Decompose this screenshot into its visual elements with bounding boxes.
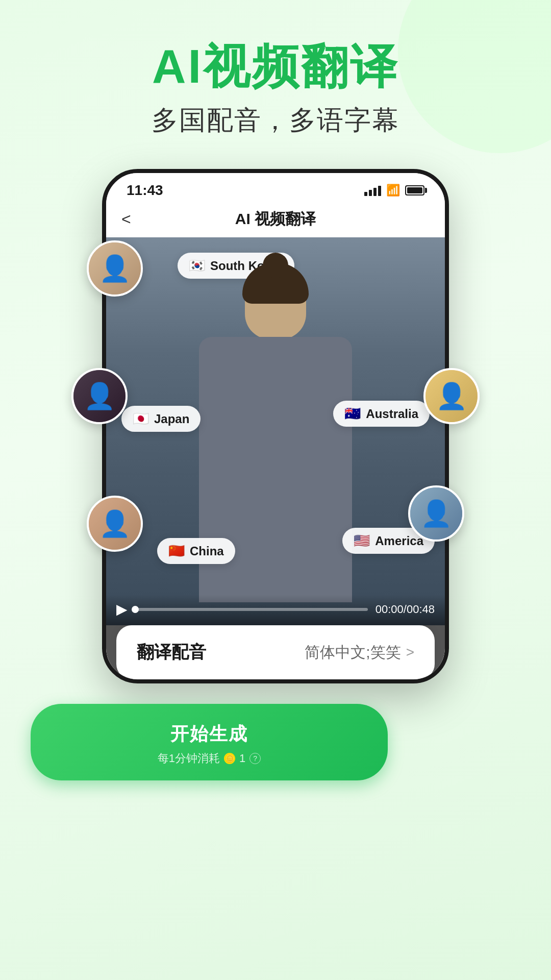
phone-frame: 11:43 📶 < AI 视频翻译 — [102, 169, 449, 683]
badge-japan: 🇯🇵 Japan — [121, 406, 201, 432]
help-icon[interactable]: ? — [249, 753, 261, 764]
flag-japan: 🇯🇵 — [133, 411, 149, 427]
label-america: America — [375, 534, 423, 548]
coin-icon: 🪙 — [224, 753, 235, 764]
avatar-china: 👤 — [87, 496, 143, 552]
wifi-icon: 📶 — [386, 184, 400, 197]
translate-panel[interactable]: 翻译配音 简体中文;笑笑 > — [116, 625, 435, 679]
status-icons: 📶 — [364, 184, 424, 197]
label-japan: Japan — [154, 412, 189, 426]
translate-label: 翻译配音 — [137, 641, 206, 664]
translate-value-text: 简体中文;笑笑 — [305, 642, 400, 663]
progress-bar[interactable] — [135, 608, 368, 611]
video-player[interactable]: 🇰🇷 South Korea 🇯🇵 Japan 🇦🇺 Australia 🇺🇸 — [106, 237, 445, 625]
chevron-right-icon[interactable]: > — [406, 644, 414, 660]
play-button[interactable]: ▶ — [116, 601, 128, 618]
battery-icon — [405, 185, 424, 195]
label-australia: Australia — [366, 407, 418, 421]
translate-row[interactable]: 翻译配音 简体中文;笑笑 > — [137, 641, 414, 664]
video-container[interactable]: 🇰🇷 South Korea 🇯🇵 Japan 🇦🇺 Australia 🇺🇸 — [106, 237, 445, 679]
flag-south-korea: 🇰🇷 — [189, 258, 205, 274]
badge-china: 🇨🇳 China — [157, 538, 235, 564]
generate-section: 开始生成 每1分钟消耗 🪙 1 ? — [0, 683, 551, 821]
generate-sub-prefix: 每1分钟消耗 — [158, 751, 220, 766]
generate-button-label: 开始生成 — [170, 722, 248, 747]
translate-value[interactable]: 简体中文;笑笑 > — [305, 642, 414, 663]
avatar-south-korea: 👤 — [87, 240, 143, 297]
flag-australia: 🇦🇺 — [344, 406, 361, 422]
generate-button-sublabel: 每1分钟消耗 🪙 1 ? — [158, 751, 261, 766]
signal-icon — [364, 185, 381, 196]
avatar-japan: 👤 — [71, 368, 128, 424]
hero-section: AI视频翻译 多国配音，多语字幕 — [0, 0, 551, 138]
nav-title: AI 视频翻译 — [235, 209, 316, 230]
back-button[interactable]: < — [121, 210, 131, 229]
badge-australia: 🇦🇺 Australia — [333, 401, 430, 427]
progress-dot — [132, 606, 139, 613]
label-china: China — [190, 544, 224, 558]
flag-america: 🇺🇸 — [354, 533, 370, 549]
hero-title: AI视频翻译 — [0, 41, 551, 92]
status-bar: 11:43 📶 — [106, 173, 445, 204]
hero-subtitle: 多国配音，多语字幕 — [0, 103, 551, 138]
app-navbar: < AI 视频翻译 — [106, 204, 445, 237]
avatar-america: 👤 — [408, 485, 464, 542]
flag-china: 🇨🇳 — [168, 543, 185, 559]
avatar-australia: 👤 — [423, 368, 480, 424]
time-display: 00:00/00:48 — [375, 603, 435, 616]
status-time: 11:43 — [127, 182, 163, 199]
video-controls[interactable]: ▶ 00:00/00:48 — [106, 595, 445, 625]
coin-amount: 1 — [239, 752, 245, 765]
phone-mockup-wrapper: 👤 👤 👤 👤 👤 11:43 — [102, 169, 449, 683]
generate-button[interactable]: 开始生成 每1分钟消耗 🪙 1 ? — [31, 704, 388, 780]
hair-bun — [263, 253, 288, 278]
